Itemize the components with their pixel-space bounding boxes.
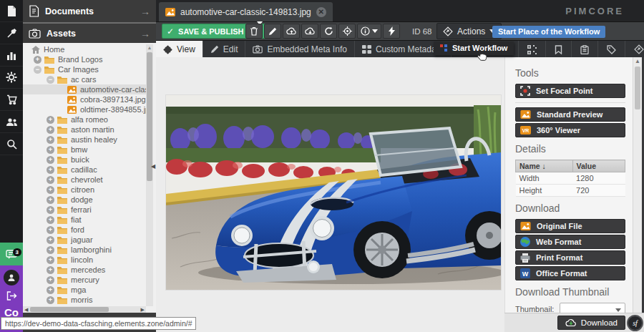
open-document-tab[interactable]: automotive-car-classic-149813.jpg ✕ — [159, 2, 333, 21]
sidebar-collapse-handle[interactable]: ◀ — [150, 160, 156, 172]
expand-icon[interactable]: + — [47, 176, 54, 184]
expand-icon[interactable]: + — [47, 116, 54, 124]
expand-arrow-icon[interactable]: → — [140, 28, 150, 39]
tree-item[interactable]: +alfa romeo — [23, 114, 146, 125]
tree-item[interactable]: +austin healey — [23, 135, 146, 145]
scrollbar-thumb[interactable] — [635, 67, 640, 109]
users-icon[interactable] — [0, 111, 23, 133]
search-icon[interactable] — [0, 133, 23, 155]
expand-icon[interactable]: + — [47, 166, 54, 174]
info-dropdown-button[interactable] — [357, 24, 381, 39]
tree-item[interactable]: +mga — [23, 285, 146, 295]
ecommerce-icon[interactable] — [0, 89, 23, 111]
expand-icon[interactable]: + — [47, 126, 54, 134]
expand-icon[interactable]: + — [47, 286, 54, 294]
documents-icon[interactable] — [0, 0, 23, 22]
expand-icon[interactable]: + — [47, 196, 54, 204]
tree-item[interactable]: cobra-3897134.jpg — [23, 94, 146, 104]
tree-item[interactable]: +citroen — [23, 185, 146, 195]
tree-item[interactable]: +bmw — [23, 145, 146, 155]
thumbnail-select[interactable] — [560, 303, 625, 313]
asset-preview-image[interactable] — [166, 95, 501, 290]
tab-bookmark[interactable] — [546, 41, 572, 58]
tree-horizontal-scrollbar[interactable]: ◀ ▶ — [23, 306, 146, 313]
tab-view[interactable]: View — [156, 41, 203, 58]
expand-icon[interactable]: + — [47, 276, 54, 284]
viewer-360-button[interactable]: VR 360° Viewer — [515, 123, 625, 137]
tab-edit[interactable]: Edit — [203, 41, 246, 58]
tree-item[interactable]: automotive-car-classic-14 — [23, 84, 146, 94]
tree-item[interactable]: −Car Images — [23, 64, 146, 74]
tab-schedule[interactable] — [572, 41, 598, 58]
set-focal-point-button[interactable]: Set Focal Point — [515, 84, 625, 98]
tree-item[interactable]: +ferrari — [23, 205, 146, 215]
tree-item[interactable]: +mercedes — [23, 265, 146, 275]
account-avatar[interactable] — [4, 270, 19, 285]
tree-vertical-scrollbar[interactable]: ▲ — [146, 44, 153, 306]
tree-item[interactable]: +chevrolet — [23, 175, 146, 185]
tree-item[interactable]: +aston martin — [23, 125, 146, 135]
tab-workflow[interactable] — [519, 41, 546, 58]
tools-icon[interactable] — [0, 22, 23, 44]
tree-item[interactable]: +mercury — [23, 275, 146, 285]
expand-icon[interactable]: + — [47, 146, 54, 154]
tree-item[interactable]: +lamborghini — [23, 245, 146, 255]
expand-icon[interactable]: + — [47, 246, 54, 254]
settings-icon[interactable] — [0, 67, 23, 89]
scroll-up-arrow[interactable]: ▲ — [146, 44, 153, 52]
expand-icon[interactable]: + — [47, 136, 54, 144]
tree-item[interactable]: +cadillac — [23, 165, 146, 175]
tree-item[interactable]: +ford — [23, 225, 146, 235]
feedback-button[interactable]: 3 — [0, 243, 23, 265]
tree-item[interactable]: −ac cars — [23, 74, 146, 84]
expand-icon[interactable]: + — [47, 186, 54, 194]
tree-item[interactable]: oldtimer-3894855.jpg — [23, 104, 146, 114]
tree-item[interactable]: +jaguar — [23, 235, 146, 245]
tree-item[interactable]: +fiat — [23, 215, 146, 225]
download-print-button[interactable]: Print Format — [515, 250, 625, 265]
expand-icon[interactable]: + — [47, 226, 54, 234]
scroll-left-arrow[interactable]: ◀ — [24, 306, 28, 313]
details-col-value[interactable]: Value — [572, 160, 625, 172]
documents-panel-header[interactable]: Documents → — [23, 0, 156, 22]
panel-scrollbar[interactable]: ▲ — [633, 57, 642, 313]
tree-item[interactable]: +lincoln — [23, 255, 146, 265]
assets-panel-header[interactable]: Assets → — [23, 22, 156, 43]
details-col-name[interactable]: Name ↓ — [516, 160, 573, 172]
tree-item[interactable]: +Brand Logos — [23, 54, 146, 64]
download-office-button[interactable]: W Office Format — [515, 266, 625, 280]
download-version-button[interactable] — [301, 24, 318, 39]
close-tab-icon[interactable]: ✕ — [316, 7, 326, 17]
tree-item[interactable]: Home — [23, 44, 146, 54]
reload-button[interactable] — [320, 24, 337, 39]
rename-button[interactable] — [264, 24, 281, 39]
scroll-up-arrow[interactable]: ▲ — [633, 57, 642, 66]
collapse-icon[interactable]: − — [34, 66, 42, 74]
download-web-button[interactable]: Web Format — [515, 235, 625, 249]
expand-icon[interactable]: + — [47, 256, 54, 264]
expand-icon[interactable]: + — [34, 56, 42, 64]
upload-button[interactable] — [283, 24, 300, 39]
reports-icon[interactable] — [0, 44, 23, 67]
expand-icon[interactable]: + — [47, 216, 54, 224]
expand-icon[interactable]: + — [47, 266, 54, 274]
delete-button[interactable] — [245, 24, 263, 39]
tab-embedded-meta-info[interactable]: Embedded Meta Info — [245, 41, 354, 58]
download-original-button[interactable]: Original File — [515, 219, 625, 233]
scroll-right-arrow[interactable]: ▶ — [141, 306, 145, 313]
expand-icon[interactable]: + — [47, 156, 54, 164]
expand-icon[interactable]: + — [47, 236, 54, 244]
vendor-badge[interactable]: sf — [627, 315, 643, 331]
tree-item[interactable]: +dodge — [23, 195, 146, 205]
standard-preview-button[interactable]: Standard Preview — [515, 107, 625, 122]
expand-icon[interactable]: + — [47, 296, 54, 304]
logout-icon[interactable] — [6, 291, 17, 301]
download-button[interactable]: Download — [557, 316, 625, 330]
tab-tag[interactable] — [598, 41, 625, 58]
scrollbar-thumb[interactable] — [30, 307, 109, 312]
tree-item[interactable]: +buick — [23, 155, 146, 165]
expand-icon[interactable]: + — [47, 206, 54, 214]
tree-item[interactable]: +morris — [23, 295, 146, 305]
tab-share[interactable] — [625, 41, 644, 58]
apply-scheduled-button[interactable] — [383, 24, 400, 39]
